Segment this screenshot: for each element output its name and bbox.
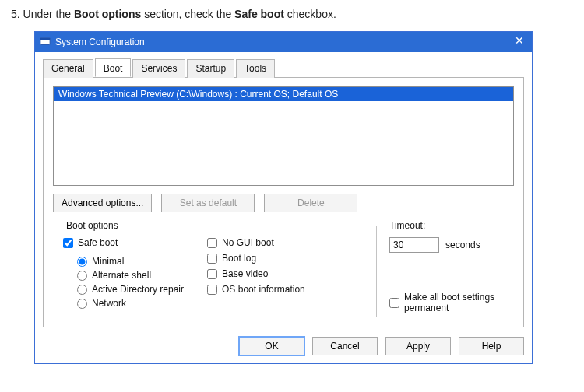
make-permanent-label: Make all boot settings permanent xyxy=(404,292,514,313)
ok-button[interactable]: OK xyxy=(239,337,304,355)
titlebar: System Configuration ✕ xyxy=(35,32,532,52)
set-as-default-button: Set as default xyxy=(161,194,255,212)
safe-boot-checkbox[interactable] xyxy=(63,238,73,248)
alternate-shell-row[interactable]: Alternate shell xyxy=(77,270,184,281)
network-radio[interactable] xyxy=(77,299,87,309)
tab-tools[interactable]: Tools xyxy=(236,59,275,78)
safe-boot-row[interactable]: Safe boot xyxy=(63,237,184,248)
delete-button: Delete xyxy=(264,194,357,212)
base-video-checkbox[interactable] xyxy=(207,269,217,279)
tab-startup[interactable]: Startup xyxy=(187,59,234,78)
network-row[interactable]: Network xyxy=(77,298,184,309)
ad-repair-radio[interactable] xyxy=(77,285,87,295)
system-configuration-window: System Configuration ✕ General Boot Serv… xyxy=(34,31,533,364)
base-video-row[interactable]: Base video xyxy=(207,268,305,279)
boot-log-row[interactable]: Boot log xyxy=(207,253,305,264)
os-list-item[interactable]: Windows Technical Preview (C:\Windows) :… xyxy=(54,87,513,101)
boot-log-label: Boot log xyxy=(222,253,256,264)
cancel-button[interactable]: Cancel xyxy=(312,337,378,355)
tab-services[interactable]: Services xyxy=(132,59,185,78)
alternate-shell-label: Alternate shell xyxy=(92,270,151,281)
no-gui-boot-row[interactable]: No GUI boot xyxy=(207,237,305,248)
tab-panel-boot: Windows Technical Preview (C:\Windows) :… xyxy=(43,77,524,327)
boot-options-col-right: No GUI boot Boot log Base video xyxy=(207,237,305,309)
boot-options-col-left: Safe boot Minimal Alternate shell xyxy=(63,237,184,309)
os-boot-info-checkbox[interactable] xyxy=(207,285,217,295)
no-gui-boot-checkbox[interactable] xyxy=(207,238,217,248)
tabs: General Boot Services Startup Tools xyxy=(43,58,524,78)
os-boot-info-row[interactable]: OS boot information xyxy=(207,284,305,295)
advanced-options-button[interactable]: Advanced options... xyxy=(53,194,152,212)
client-area: General Boot Services Startup Tools Wind… xyxy=(35,52,532,363)
timeout-column: Timeout: seconds Make all boot settings … xyxy=(389,220,514,317)
tab-boot[interactable]: Boot xyxy=(95,58,132,77)
tab-general[interactable]: General xyxy=(43,59,93,78)
instruction-step: 5. Under the Boot options section, check… xyxy=(11,8,573,20)
timeout-input[interactable] xyxy=(389,237,439,253)
lower-row: Boot options Safe boot Minimal xyxy=(53,220,514,317)
window-title: System Configuration xyxy=(55,37,145,47)
no-gui-boot-label: No GUI boot xyxy=(222,237,274,248)
dialog-buttons: OK Cancel Apply Help xyxy=(43,337,524,355)
os-boot-info-label: OS boot information xyxy=(222,284,305,295)
base-video-label: Base video xyxy=(222,268,268,279)
network-label: Network xyxy=(92,298,126,309)
timeout-unit: seconds xyxy=(445,240,480,250)
os-button-row: Advanced options... Set as default Delet… xyxy=(53,194,514,212)
safe-boot-label: Safe boot xyxy=(78,237,118,248)
timeout-label: Timeout: xyxy=(389,220,514,231)
apply-button[interactable]: Apply xyxy=(385,337,451,355)
minimal-radio[interactable] xyxy=(77,257,87,267)
svg-rect-1 xyxy=(40,38,50,40)
ad-repair-row[interactable]: Active Directory repair xyxy=(77,284,184,295)
ad-repair-label: Active Directory repair xyxy=(92,284,184,295)
alternate-shell-radio[interactable] xyxy=(77,271,87,281)
close-icon[interactable]: ✕ xyxy=(515,35,524,46)
help-button[interactable]: Help xyxy=(459,337,524,355)
os-list[interactable]: Windows Technical Preview (C:\Windows) :… xyxy=(53,86,514,186)
boot-options-group: Boot options Safe boot Minimal xyxy=(55,220,377,317)
app-icon xyxy=(40,37,51,47)
make-permanent-row[interactable]: Make all boot settings permanent xyxy=(389,292,514,313)
boot-log-checkbox[interactable] xyxy=(207,254,217,264)
minimal-label: Minimal xyxy=(92,256,124,267)
minimal-row[interactable]: Minimal xyxy=(77,256,184,267)
boot-options-legend: Boot options xyxy=(63,220,121,231)
make-permanent-checkbox[interactable] xyxy=(389,298,399,308)
step-number: 5. xyxy=(11,8,20,20)
safe-boot-radios: Minimal Alternate shell Active Directory… xyxy=(77,256,184,309)
